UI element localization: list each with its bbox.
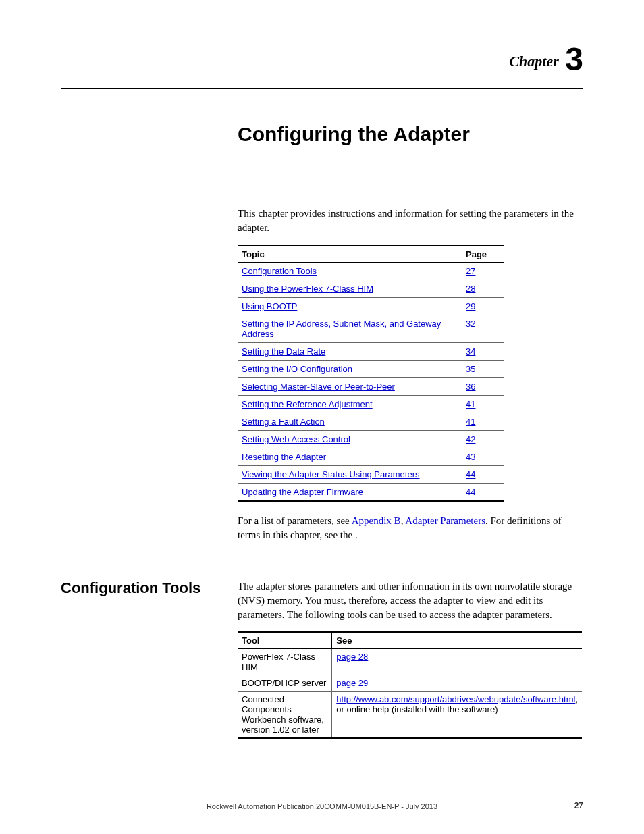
- toc-page-link[interactable]: 32: [466, 319, 475, 329]
- toc-row: Setting the Data Rate34: [238, 343, 504, 361]
- tool-row: Connected Components Workbench software,…: [238, 692, 582, 739]
- footer: Rockwell Automation Publication 20COMM-U…: [61, 802, 583, 810]
- appendix-link[interactable]: Appendix B: [352, 515, 401, 526]
- toc-page-link[interactable]: 41: [466, 399, 475, 409]
- section-row: Configuration Tools The adapter stores p…: [61, 579, 583, 622]
- toc-link[interactable]: Using BOOTP: [242, 301, 297, 311]
- toc-page-link[interactable]: 27: [466, 266, 475, 276]
- post-toc-paragraph: For a list of parameters, see Appendix B…: [238, 514, 583, 542]
- chapter-label: Chapter 3: [509, 41, 583, 78]
- tool-see-link[interactable]: page 29: [336, 678, 368, 688]
- tool-table: Tool See PowerFlex 7-Class HIM page 28 B…: [238, 631, 582, 739]
- toc-page-link[interactable]: 29: [466, 301, 475, 311]
- toc-link[interactable]: Updating the Adapter Firmware: [242, 487, 363, 497]
- toc-link[interactable]: Setting the IP Address, Subnet Mask, and…: [242, 319, 441, 339]
- toc-row: Setting a Fault Action41: [238, 413, 504, 431]
- toc-link[interactable]: Viewing the Adapter Status Using Paramet…: [242, 469, 420, 479]
- top-rule: [61, 88, 583, 89]
- chapter-word: Chapter: [509, 53, 558, 70]
- toc-row: Using the PowerFlex 7-Class HIM28: [238, 280, 504, 298]
- footer-page-number: 27: [574, 801, 583, 810]
- toc-row: Configuration Tools27: [238, 263, 504, 280]
- toc-header-topic: Topic: [238, 246, 462, 263]
- toc-page-link[interactable]: 35: [466, 364, 475, 374]
- page-title: Configuring the Adapter: [238, 123, 583, 146]
- toc-link[interactable]: Selecting Master-Slave or Peer-to-Peer: [242, 382, 395, 392]
- toc-row: Selecting Master-Slave or Peer-to-Peer36: [238, 378, 504, 396]
- toc-row: Resetting the Adapter43: [238, 448, 504, 466]
- tool-cell: Connected Components Workbench software,…: [238, 692, 332, 739]
- section-body: The adapter stores parameters and other …: [238, 579, 583, 622]
- text: For a list of parameters, see: [238, 515, 352, 526]
- tool-see-link[interactable]: http://www.ab.com/support/abdrives/webup…: [336, 694, 575, 704]
- toc-link[interactable]: Setting the Data Rate: [242, 346, 325, 357]
- toc-header-page: Page: [462, 246, 504, 263]
- toc-link[interactable]: Setting the I/O Configuration: [242, 364, 352, 374]
- toc-row: Setting the I/O Configuration35: [238, 361, 504, 378]
- tool-cell: PowerFlex 7-Class HIM: [238, 649, 332, 675]
- toc-row: Updating the Adapter Firmware44: [238, 484, 504, 502]
- toc-page-link[interactable]: 42: [466, 434, 475, 444]
- toc-page-link[interactable]: 36: [466, 382, 475, 392]
- toc-page-link[interactable]: 43: [466, 452, 475, 462]
- tool-row: BOOTP/DHCP server page 29: [238, 675, 582, 692]
- tool-row: PowerFlex 7-Class HIM page 28: [238, 649, 582, 675]
- toc-page-link[interactable]: 44: [466, 469, 475, 479]
- intro-paragraph: This chapter provides instructions and i…: [238, 207, 583, 235]
- toc-link[interactable]: Setting a Fault Action: [242, 417, 325, 427]
- tool-header-see: See: [332, 632, 582, 649]
- toc-link[interactable]: Configuration Tools: [242, 266, 317, 276]
- toc-table: Topic Page Configuration Tools27 Using t…: [238, 245, 504, 502]
- toc-row: Using BOOTP29: [238, 298, 504, 315]
- tool-cell: BOOTP/DHCP server: [238, 675, 332, 692]
- toc-row: Setting Web Access Control42: [238, 431, 504, 448]
- toc-page-link[interactable]: 34: [466, 346, 475, 357]
- toc-page-link[interactable]: 28: [466, 284, 475, 294]
- footer-text: Rockwell Automation Publication 20COMM-U…: [207, 802, 437, 810]
- tool-header-tool: Tool: [238, 632, 332, 649]
- toc-row: Viewing the Adapter Status Using Paramet…: [238, 466, 504, 484]
- chapter-number: 3: [565, 41, 583, 77]
- toc-link[interactable]: Resetting the Adapter: [242, 452, 326, 462]
- toc-row: Setting the Reference Adjustment41: [238, 396, 504, 413]
- toc-page-link[interactable]: 44: [466, 487, 475, 497]
- toc-link[interactable]: Using the PowerFlex 7-Class HIM: [242, 284, 373, 294]
- adapter-params-link[interactable]: Adapter Parameters: [405, 515, 485, 526]
- tool-see-link[interactable]: page 28: [336, 652, 368, 662]
- section-heading: Configuration Tools: [61, 579, 238, 622]
- toc-row: Setting the IP Address, Subnet Mask, and…: [238, 315, 504, 343]
- toc-link[interactable]: Setting Web Access Control: [242, 434, 350, 444]
- page: Chapter 3 Configuring the Adapter This c…: [0, 0, 644, 834]
- toc-page-link[interactable]: 41: [466, 417, 475, 427]
- toc-link[interactable]: Setting the Reference Adjustment: [242, 399, 373, 409]
